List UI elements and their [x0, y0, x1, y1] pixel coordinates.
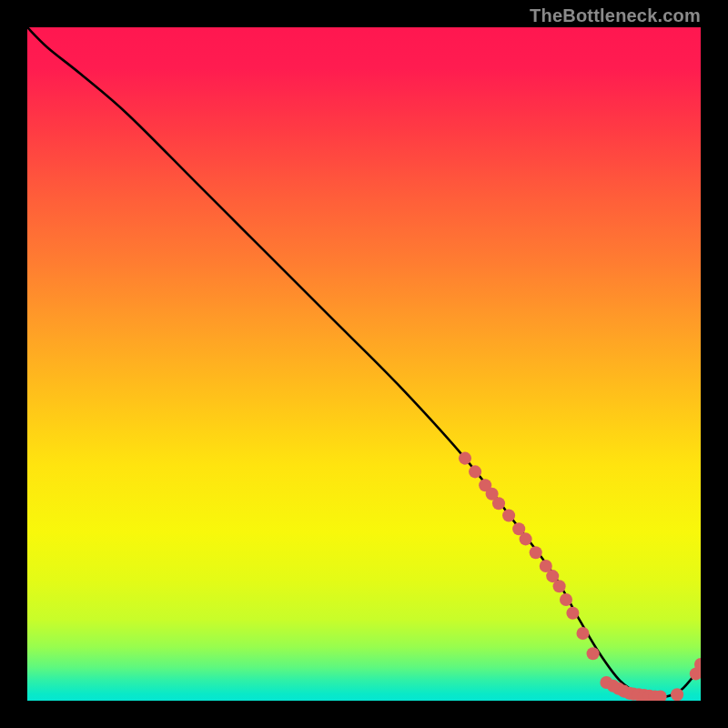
plot-area: [27, 27, 701, 701]
data-point: [530, 546, 542, 559]
data-point: [520, 532, 532, 545]
data-point: [492, 497, 505, 510]
data-point: [502, 509, 515, 521]
chart-line: [27, 27, 701, 697]
watermark-text: TheBottleneck.com: [530, 5, 701, 26]
chart-stage: TheBottleneck.com: [0, 0, 728, 728]
data-point: [459, 452, 471, 465]
data-point: [560, 593, 572, 606]
data-point: [671, 688, 683, 701]
chart-markers: [459, 452, 701, 701]
data-point: [587, 647, 600, 660]
data-point: [469, 465, 481, 478]
data-point: [576, 627, 589, 640]
chart-svg: [27, 27, 701, 701]
data-point: [553, 580, 566, 592]
data-point: [566, 607, 579, 620]
